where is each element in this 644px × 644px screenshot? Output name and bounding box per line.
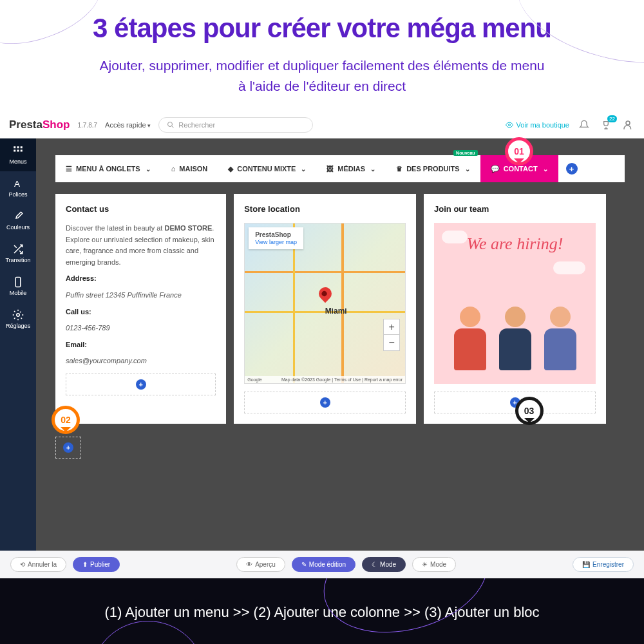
mobile-icon: [12, 276, 24, 288]
sidebar-item-menus[interactable]: Menus: [0, 138, 36, 171]
panel-store: Store location PrestaShop View larger ma…: [234, 194, 416, 424]
add-block-button[interactable]: +: [244, 392, 406, 413]
hero-subtitle: Ajouter, supprimer, modifier et duplique…: [26, 55, 618, 96]
steps-text: (1) Ajouter un menu >> (2) Ajouter une c…: [104, 604, 539, 620]
mode-dark-button[interactable]: ☾ Mode: [362, 557, 406, 572]
svg-rect-8: [17, 150, 19, 152]
bell-icon: [579, 120, 589, 130]
notifications-button[interactable]: [577, 118, 591, 132]
plus-icon: +: [566, 163, 578, 175]
phone-value: 0123-456-789: [66, 323, 216, 334]
cancel-button[interactable]: ⟲ Annuler la: [10, 557, 66, 572]
steps-footer: (1) Ajouter un menu >> (2) Ajouter une c…: [0, 578, 644, 644]
email-value: sales@yourcompany.com: [66, 355, 216, 367]
app-window: PrestaShop 1.7.8.7 Accès rapide Recherch…: [0, 112, 644, 578]
view-larger-map-link[interactable]: View larger map: [255, 239, 297, 245]
panel-heading: Join our team: [434, 204, 596, 214]
sidebar-item-fonts[interactable]: A Polices: [0, 171, 36, 204]
city-label: Miami: [325, 307, 347, 316]
user-icon: [622, 119, 634, 131]
sidebar-item-colors[interactable]: Couleurs: [0, 204, 36, 237]
decorative-ring: [90, 621, 206, 644]
callout-03: 03: [515, 397, 544, 425]
add-column-button[interactable]: +: [55, 437, 81, 459]
cloud-decoration: [553, 261, 585, 274]
panels-row: Contact us Discover the latest in beauty…: [55, 194, 625, 424]
svg-rect-7: [14, 150, 15, 152]
panel-heading: Contact us: [66, 204, 216, 214]
contact-intro: Discover the latest in beauty at DEMO ST…: [66, 223, 216, 268]
plus-icon: +: [63, 442, 73, 453]
callout-02: 02: [52, 406, 80, 434]
eye-icon: [506, 121, 513, 129]
add-block-button[interactable]: +: [66, 374, 216, 395]
logo: PrestaShop: [9, 118, 70, 131]
new-badge: Nouveau: [453, 150, 478, 156]
sidebar-item-settings[interactable]: Réglages: [0, 303, 36, 336]
menu-tab-maison[interactable]: ⌂ MAISON: [161, 155, 218, 182]
zoom-in-button[interactable]: +: [384, 319, 399, 335]
account-button[interactable]: [621, 118, 635, 132]
font-icon: A: [12, 178, 24, 189]
quick-access-dropdown[interactable]: Accès rapide: [105, 121, 151, 129]
zoom-out-button[interactable]: −: [384, 335, 399, 350]
grid-icon: [12, 145, 24, 156]
mega-menu-bar: ☰ MENU À ONGLETS ⌂ MAISON ◆ CONTENU MIXT…: [55, 155, 625, 182]
panel-join: Join our team We are hiring! 03 +: [424, 194, 606, 424]
gear-icon: [12, 309, 24, 321]
svg-rect-5: [17, 146, 19, 148]
sidebar-item-mobile[interactable]: Mobile: [0, 270, 36, 303]
menu-tab-contenu[interactable]: ◆ CONTENU MIXTE: [218, 155, 316, 182]
svg-point-0: [168, 122, 173, 127]
svg-point-12: [17, 314, 20, 317]
edit-mode-button[interactable]: ✎ Mode édition: [292, 557, 355, 572]
map-attribution: Google Map data ©2023 Google | Terms of …: [245, 376, 405, 383]
search-icon: [167, 121, 175, 129]
people-illustration: [434, 259, 596, 384]
top-bar: PrestaShop 1.7.8.7 Accès rapide Recherch…: [0, 112, 644, 138]
svg-rect-11: [15, 278, 21, 287]
cloud-decoration: [442, 231, 468, 243]
hero-section: 3 étapes pour créer votre méga menu Ajou…: [0, 0, 644, 102]
shuffle-icon: [12, 243, 24, 255]
trophy-button[interactable]: 22: [599, 118, 613, 132]
hiring-image: We are hiring!: [434, 223, 596, 384]
svg-rect-4: [14, 146, 15, 148]
save-button[interactable]: 💾 Enregistrer: [573, 557, 634, 572]
svg-rect-9: [21, 150, 23, 152]
svg-text:A: A: [14, 179, 20, 189]
add-menu-tab-button[interactable]: +: [558, 155, 585, 182]
version-label: 1.7.8.7: [77, 122, 97, 129]
workspace: Menus A Polices Couleurs Transition Mobi…: [0, 138, 644, 551]
notif-badge: 22: [607, 115, 617, 122]
preview-button[interactable]: 👁 Aperçu: [236, 557, 285, 572]
menu-tab-produits[interactable]: ♛ DES PRODUITS Nouveau: [386, 155, 480, 182]
callout-01: 01: [505, 137, 533, 166]
editor-canvas: ☰ MENU À ONGLETS ⌂ MAISON ◆ CONTENU MIXT…: [36, 138, 644, 551]
search-input[interactable]: Rechercher: [158, 117, 313, 133]
plus-icon: +: [136, 379, 146, 390]
publish-button[interactable]: ⬆ Publier: [73, 557, 120, 572]
svg-point-2: [509, 124, 511, 126]
sidebar-item-transition[interactable]: Transition: [0, 237, 36, 270]
map-info-card: PrestaShop View larger map: [249, 227, 303, 249]
address-value: Puffin street 12345 Puffinville France: [66, 290, 216, 301]
footer-toolbar: ⟲ Annuler la ⬆ Publier 👁 Aperçu ✎ Mode é…: [0, 551, 644, 578]
svg-line-1: [172, 126, 174, 128]
menu-tab-onglets[interactable]: ☰ MENU À ONGLETS: [55, 155, 161, 182]
map-zoom-controls: + −: [383, 319, 400, 351]
panel-heading: Store location: [244, 204, 406, 214]
view-shop-link[interactable]: Voir ma boutique: [506, 121, 569, 129]
panel-contact: Contact us Discover the latest in beauty…: [55, 194, 226, 424]
svg-point-3: [626, 121, 630, 125]
mode-light-button[interactable]: ☀ Mode: [412, 557, 456, 572]
menu-tab-medias[interactable]: 🖼 MÉDIAS: [316, 155, 386, 182]
sidebar: Menus A Polices Couleurs Transition Mobi…: [0, 138, 36, 551]
map-widget[interactable]: PrestaShop View larger map Miami + − Goo…: [244, 223, 406, 384]
plus-icon: +: [320, 397, 330, 408]
svg-rect-6: [21, 146, 23, 148]
brush-icon: [12, 211, 24, 222]
